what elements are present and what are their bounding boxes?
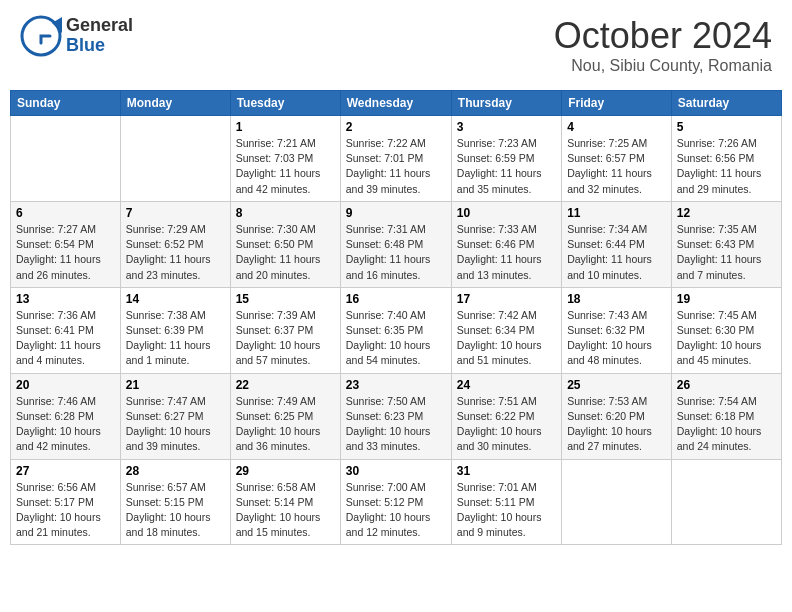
day-number: 12 — [677, 206, 776, 220]
calendar-cell — [562, 459, 672, 545]
day-info: Sunrise: 7:47 AMSunset: 6:27 PMDaylight:… — [126, 394, 225, 455]
calendar-cell: 2Sunrise: 7:22 AMSunset: 7:01 PMDaylight… — [340, 116, 451, 202]
calendar-table: SundayMondayTuesdayWednesdayThursdayFrid… — [10, 90, 782, 545]
day-number: 22 — [236, 378, 335, 392]
calendar-cell: 20Sunrise: 7:46 AMSunset: 6:28 PMDayligh… — [11, 373, 121, 459]
day-info: Sunrise: 7:42 AMSunset: 6:34 PMDaylight:… — [457, 308, 556, 369]
day-number: 4 — [567, 120, 666, 134]
day-number: 24 — [457, 378, 556, 392]
weekday-header: Saturday — [671, 91, 781, 116]
day-number: 16 — [346, 292, 446, 306]
calendar-cell: 13Sunrise: 7:36 AMSunset: 6:41 PMDayligh… — [11, 287, 121, 373]
day-info: Sunrise: 7:23 AMSunset: 6:59 PMDaylight:… — [457, 136, 556, 197]
calendar-cell: 12Sunrise: 7:35 AMSunset: 6:43 PMDayligh… — [671, 201, 781, 287]
calendar-cell: 25Sunrise: 7:53 AMSunset: 6:20 PMDayligh… — [562, 373, 672, 459]
calendar-cell: 31Sunrise: 7:01 AMSunset: 5:11 PMDayligh… — [451, 459, 561, 545]
calendar-cell: 18Sunrise: 7:43 AMSunset: 6:32 PMDayligh… — [562, 287, 672, 373]
weekday-header: Sunday — [11, 91, 121, 116]
weekday-header: Tuesday — [230, 91, 340, 116]
day-info: Sunrise: 6:57 AMSunset: 5:15 PMDaylight:… — [126, 480, 225, 541]
calendar-week-row: 13Sunrise: 7:36 AMSunset: 6:41 PMDayligh… — [11, 287, 782, 373]
logo: General Blue — [20, 15, 133, 57]
day-info: Sunrise: 7:53 AMSunset: 6:20 PMDaylight:… — [567, 394, 666, 455]
weekday-header: Friday — [562, 91, 672, 116]
day-number: 13 — [16, 292, 115, 306]
day-info: Sunrise: 7:26 AMSunset: 6:56 PMDaylight:… — [677, 136, 776, 197]
day-info: Sunrise: 7:45 AMSunset: 6:30 PMDaylight:… — [677, 308, 776, 369]
calendar-cell: 30Sunrise: 7:00 AMSunset: 5:12 PMDayligh… — [340, 459, 451, 545]
logo-blue: Blue — [66, 36, 133, 56]
day-number: 28 — [126, 464, 225, 478]
day-number: 11 — [567, 206, 666, 220]
day-info: Sunrise: 7:31 AMSunset: 6:48 PMDaylight:… — [346, 222, 446, 283]
calendar-cell: 7Sunrise: 7:29 AMSunset: 6:52 PMDaylight… — [120, 201, 230, 287]
logo-icon — [20, 15, 62, 57]
calendar-cell: 24Sunrise: 7:51 AMSunset: 6:22 PMDayligh… — [451, 373, 561, 459]
calendar-cell: 29Sunrise: 6:58 AMSunset: 5:14 PMDayligh… — [230, 459, 340, 545]
calendar-cell: 26Sunrise: 7:54 AMSunset: 6:18 PMDayligh… — [671, 373, 781, 459]
weekday-header: Thursday — [451, 91, 561, 116]
day-number: 17 — [457, 292, 556, 306]
calendar-cell: 10Sunrise: 7:33 AMSunset: 6:46 PMDayligh… — [451, 201, 561, 287]
day-info: Sunrise: 7:29 AMSunset: 6:52 PMDaylight:… — [126, 222, 225, 283]
calendar-week-row: 1Sunrise: 7:21 AMSunset: 7:03 PMDaylight… — [11, 116, 782, 202]
day-info: Sunrise: 7:25 AMSunset: 6:57 PMDaylight:… — [567, 136, 666, 197]
day-info: Sunrise: 7:34 AMSunset: 6:44 PMDaylight:… — [567, 222, 666, 283]
day-number: 26 — [677, 378, 776, 392]
calendar-cell: 16Sunrise: 7:40 AMSunset: 6:35 PMDayligh… — [340, 287, 451, 373]
calendar-cell: 15Sunrise: 7:39 AMSunset: 6:37 PMDayligh… — [230, 287, 340, 373]
day-number: 14 — [126, 292, 225, 306]
day-number: 27 — [16, 464, 115, 478]
weekday-header: Wednesday — [340, 91, 451, 116]
weekday-header: Monday — [120, 91, 230, 116]
page-header: General Blue October 2024 Nou, Sibiu Cou… — [10, 10, 782, 80]
day-number: 31 — [457, 464, 556, 478]
calendar-cell: 3Sunrise: 7:23 AMSunset: 6:59 PMDaylight… — [451, 116, 561, 202]
calendar-cell: 1Sunrise: 7:21 AMSunset: 7:03 PMDaylight… — [230, 116, 340, 202]
day-number: 23 — [346, 378, 446, 392]
calendar-week-row: 20Sunrise: 7:46 AMSunset: 6:28 PMDayligh… — [11, 373, 782, 459]
day-number: 1 — [236, 120, 335, 134]
day-number: 6 — [16, 206, 115, 220]
calendar-cell: 14Sunrise: 7:38 AMSunset: 6:39 PMDayligh… — [120, 287, 230, 373]
day-info: Sunrise: 7:36 AMSunset: 6:41 PMDaylight:… — [16, 308, 115, 369]
month-title: October 2024 — [554, 15, 772, 57]
day-number: 3 — [457, 120, 556, 134]
day-info: Sunrise: 7:21 AMSunset: 7:03 PMDaylight:… — [236, 136, 335, 197]
calendar-cell: 8Sunrise: 7:30 AMSunset: 6:50 PMDaylight… — [230, 201, 340, 287]
day-info: Sunrise: 7:39 AMSunset: 6:37 PMDaylight:… — [236, 308, 335, 369]
day-number: 15 — [236, 292, 335, 306]
calendar-week-row: 6Sunrise: 7:27 AMSunset: 6:54 PMDaylight… — [11, 201, 782, 287]
calendar-cell: 5Sunrise: 7:26 AMSunset: 6:56 PMDaylight… — [671, 116, 781, 202]
day-info: Sunrise: 7:50 AMSunset: 6:23 PMDaylight:… — [346, 394, 446, 455]
calendar-cell: 22Sunrise: 7:49 AMSunset: 6:25 PMDayligh… — [230, 373, 340, 459]
logo-general: General — [66, 16, 133, 36]
day-number: 9 — [346, 206, 446, 220]
calendar-cell — [11, 116, 121, 202]
day-number: 7 — [126, 206, 225, 220]
calendar-cell: 9Sunrise: 7:31 AMSunset: 6:48 PMDaylight… — [340, 201, 451, 287]
day-number: 20 — [16, 378, 115, 392]
day-number: 19 — [677, 292, 776, 306]
day-number: 30 — [346, 464, 446, 478]
day-info: Sunrise: 7:33 AMSunset: 6:46 PMDaylight:… — [457, 222, 556, 283]
day-info: Sunrise: 7:22 AMSunset: 7:01 PMDaylight:… — [346, 136, 446, 197]
calendar-cell: 27Sunrise: 6:56 AMSunset: 5:17 PMDayligh… — [11, 459, 121, 545]
day-number: 8 — [236, 206, 335, 220]
calendar-week-row: 27Sunrise: 6:56 AMSunset: 5:17 PMDayligh… — [11, 459, 782, 545]
calendar-cell: 28Sunrise: 6:57 AMSunset: 5:15 PMDayligh… — [120, 459, 230, 545]
day-info: Sunrise: 7:27 AMSunset: 6:54 PMDaylight:… — [16, 222, 115, 283]
day-info: Sunrise: 7:00 AMSunset: 5:12 PMDaylight:… — [346, 480, 446, 541]
day-number: 2 — [346, 120, 446, 134]
calendar-cell — [120, 116, 230, 202]
day-info: Sunrise: 7:40 AMSunset: 6:35 PMDaylight:… — [346, 308, 446, 369]
day-number: 10 — [457, 206, 556, 220]
title-block: October 2024 Nou, Sibiu County, Romania — [554, 15, 772, 75]
day-info: Sunrise: 7:51 AMSunset: 6:22 PMDaylight:… — [457, 394, 556, 455]
calendar-cell: 17Sunrise: 7:42 AMSunset: 6:34 PMDayligh… — [451, 287, 561, 373]
day-number: 25 — [567, 378, 666, 392]
svg-marker-1 — [52, 17, 62, 33]
day-info: Sunrise: 7:30 AMSunset: 6:50 PMDaylight:… — [236, 222, 335, 283]
calendar-header-row: SundayMondayTuesdayWednesdayThursdayFrid… — [11, 91, 782, 116]
day-number: 18 — [567, 292, 666, 306]
